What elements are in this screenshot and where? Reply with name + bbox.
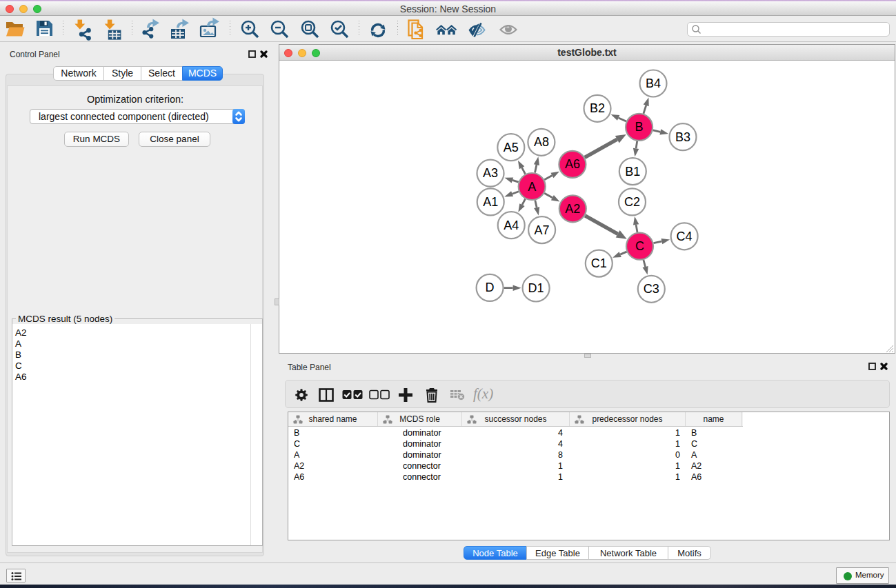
svg-text:C3: C3 (644, 282, 659, 296)
svg-text:A: A (528, 180, 536, 194)
svg-text:C2: C2 (624, 195, 640, 209)
svg-text:A8: A8 (534, 135, 549, 149)
svg-text:A6: A6 (565, 157, 580, 171)
svg-text:A1: A1 (483, 195, 498, 209)
svg-text:B: B (635, 120, 644, 134)
svg-text:C: C (635, 239, 644, 253)
svg-text:A3: A3 (483, 166, 498, 180)
svg-text:A7: A7 (535, 223, 550, 237)
svg-text:B2: B2 (590, 101, 605, 115)
svg-text:B3: B3 (675, 130, 690, 144)
svg-text:D: D (486, 281, 495, 294)
svg-text:B1: B1 (625, 165, 640, 179)
svg-text:A5: A5 (504, 141, 519, 154)
svg-text:C4: C4 (677, 230, 693, 243)
svg-text:A2: A2 (565, 202, 580, 216)
svg-text:A4: A4 (504, 219, 519, 232)
svg-text:C1: C1 (591, 256, 607, 270)
svg-text:B4: B4 (646, 77, 661, 90)
svg-text:D1: D1 (528, 281, 544, 295)
